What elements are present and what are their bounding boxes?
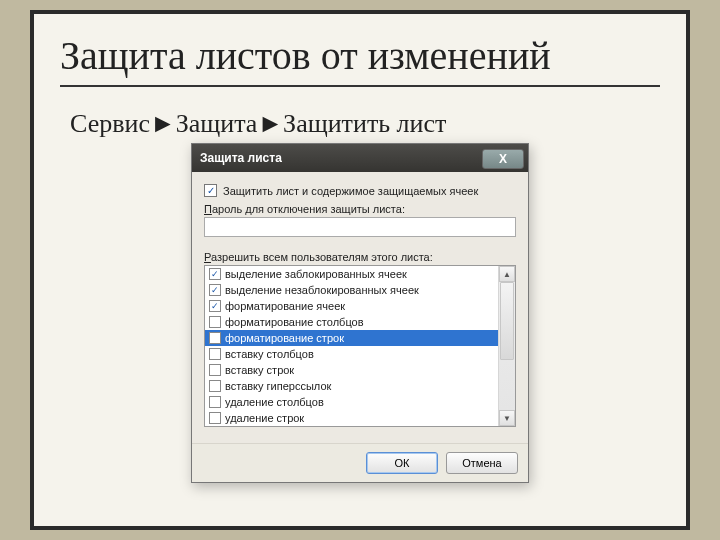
protect-sheet-checkbox[interactable]: ✓ — [204, 184, 217, 197]
password-label: Пароль для отключения защиты листа: — [204, 203, 516, 215]
permission-label: вставку строк — [225, 364, 294, 376]
permission-checkbox[interactable] — [209, 396, 221, 408]
permission-row[interactable]: ✓выделение заблокированных ячеек — [205, 266, 498, 282]
permissions-list[interactable]: ✓выделение заблокированных ячеек✓выделен… — [204, 265, 516, 427]
protect-sheet-label: Защитить лист и содержимое защищаемых яч… — [223, 185, 478, 197]
permissions-items: ✓выделение заблокированных ячеек✓выделен… — [205, 266, 498, 426]
permission-row[interactable]: удаление строк — [205, 410, 498, 426]
permission-checkbox[interactable] — [209, 364, 221, 376]
dialog-button-row: ОК Отмена — [192, 443, 528, 482]
permission-row[interactable]: форматирование столбцов — [205, 314, 498, 330]
password-input[interactable] — [204, 217, 516, 237]
permission-checkbox[interactable]: ✓ — [209, 300, 221, 312]
permission-row[interactable]: ✓выделение незаблокированных ячеек — [205, 282, 498, 298]
permission-label: форматирование столбцов — [225, 316, 364, 328]
protect-sheet-dialog: Защита листа X ✓ Защитить лист и содержи… — [191, 143, 529, 483]
permission-label: форматирование ячеек — [225, 300, 345, 312]
permission-label: выделение незаблокированных ячеек — [225, 284, 419, 296]
permission-label: форматирование строк — [225, 332, 344, 344]
permission-label: выделение заблокированных ячеек — [225, 268, 407, 280]
menu-path: Сервис►Защита►Защитить лист — [70, 109, 660, 139]
dialog-body: ✓ Защитить лист и содержимое защищаемых … — [192, 172, 528, 443]
permission-checkbox[interactable] — [209, 332, 221, 344]
permission-row[interactable]: вставку строк — [205, 362, 498, 378]
permission-label: удаление столбцов — [225, 396, 324, 408]
scroll-thumb[interactable] — [500, 282, 514, 360]
permission-checkbox[interactable]: ✓ — [209, 268, 221, 280]
permission-label: вставку столбцов — [225, 348, 314, 360]
permission-checkbox[interactable] — [209, 316, 221, 328]
allow-label: Разрешить всем пользователям этого листа… — [204, 251, 516, 263]
permission-row[interactable]: удаление столбцов — [205, 394, 498, 410]
permission-row[interactable]: ✓форматирование ячеек — [205, 298, 498, 314]
permission-row[interactable]: вставку столбцов — [205, 346, 498, 362]
protect-sheet-row[interactable]: ✓ Защитить лист и содержимое защищаемых … — [204, 184, 516, 197]
permission-label: удаление строк — [225, 412, 304, 424]
permission-label: вставку гиперссылок — [225, 380, 331, 392]
permission-row[interactable]: вставку гиперссылок — [205, 378, 498, 394]
permission-row[interactable]: форматирование строк — [205, 330, 498, 346]
scroll-track[interactable] — [499, 282, 515, 410]
cancel-button[interactable]: Отмена — [446, 452, 518, 474]
scroll-down-button[interactable]: ▼ — [499, 410, 515, 426]
permission-checkbox[interactable] — [209, 348, 221, 360]
close-icon: X — [499, 152, 507, 166]
slide: Защита листов от изменений Сервис►Защита… — [30, 10, 690, 530]
dialog-title: Защита листа — [200, 151, 282, 165]
scroll-up-button[interactable]: ▲ — [499, 266, 515, 282]
slide-title: Защита листов от изменений — [60, 32, 660, 87]
scrollbar[interactable]: ▲ ▼ — [498, 266, 515, 426]
permission-checkbox[interactable]: ✓ — [209, 284, 221, 296]
permission-checkbox[interactable] — [209, 380, 221, 392]
ok-button[interactable]: ОК — [366, 452, 438, 474]
permission-checkbox[interactable] — [209, 412, 221, 424]
close-button[interactable]: X — [482, 149, 524, 169]
dialog-titlebar[interactable]: Защита листа X — [192, 144, 528, 172]
